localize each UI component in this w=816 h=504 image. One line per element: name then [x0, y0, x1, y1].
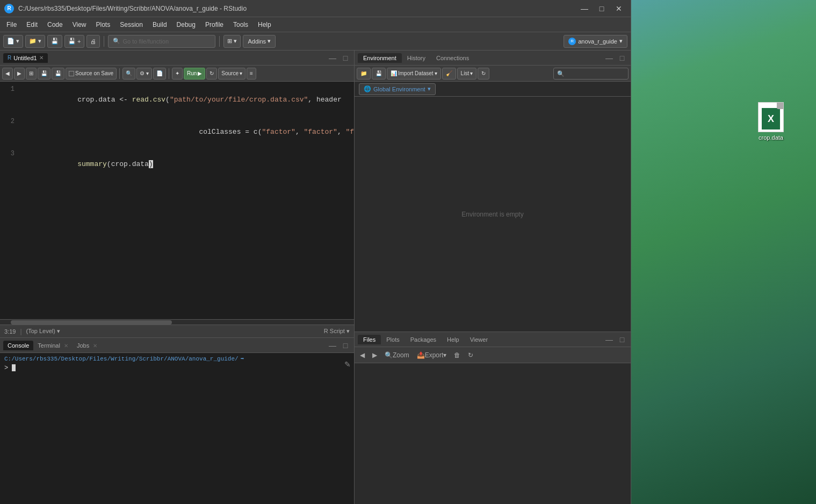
files-back-button[interactable]: ◀ [357, 349, 368, 361]
editor-minimize-button[interactable]: — [327, 53, 338, 63]
code-tools-button[interactable]: ⚙ ▾ [136, 68, 152, 80]
env-panel-controls: — □ [604, 53, 627, 63]
open-file-button[interactable]: 📁 ▾ [25, 35, 45, 48]
back-button[interactable]: ◀ [2, 68, 13, 80]
delete-plot-button[interactable]: 🗑 [451, 349, 464, 361]
refresh-env-button[interactable]: ↻ [478, 68, 489, 80]
export-icon: 📤 [417, 351, 425, 359]
menu-help[interactable]: Help [254, 19, 276, 30]
editor-tab-untitled1[interactable]: R Untitled1 ✕ [3, 53, 48, 63]
terminal-close[interactable]: ✕ [64, 343, 68, 349]
save-script-button-2[interactable]: 💾 [52, 68, 64, 80]
code-line-1: 1 crop.data <- read.csv("path/to/your/fi… [0, 84, 354, 116]
menu-profile[interactable]: Profile [201, 19, 228, 30]
zoom-button[interactable]: 🔍 Zoom [381, 349, 413, 361]
forward-button[interactable]: ▶ [14, 68, 25, 80]
menu-session[interactable]: Session [115, 19, 147, 30]
env-maximize-button[interactable]: □ [617, 53, 627, 63]
maximize-button[interactable]: □ [594, 3, 609, 15]
editor-tab-label: Untitled1 [13, 55, 37, 61]
files-content [355, 363, 631, 504]
toolbar-separator-1 [104, 36, 104, 47]
script-type[interactable]: R Script ▾ [324, 328, 350, 335]
source-on-save-checkbox[interactable]: Source on Save [66, 68, 117, 80]
editor-tab-close[interactable]: ✕ [39, 55, 44, 61]
save-button[interactable]: 💾 [47, 35, 62, 48]
list-view-button[interactable]: List ▾ [457, 68, 477, 80]
left-pane: R Untitled1 ✕ — □ ◀ ▶ ⊞ 💾 💾 [0, 51, 355, 504]
menu-view[interactable]: View [68, 19, 91, 30]
console-panel-controls: — □ [327, 341, 351, 350]
addins-button[interactable]: Addins ▾ [243, 35, 276, 48]
clear-env-button[interactable]: 🧹 [442, 68, 456, 80]
tab-packages[interactable]: Packages [405, 335, 442, 344]
files-maximize-button[interactable]: □ [617, 335, 627, 344]
tab-files[interactable]: Files [358, 335, 381, 344]
menu-build[interactable]: Build [148, 19, 171, 30]
compile-button[interactable]: 📄 [153, 68, 166, 80]
files-forward-button[interactable]: ▶ [369, 349, 380, 361]
env-tab-bar: Environment History Connections — □ [355, 51, 631, 66]
tab-plots[interactable]: Plots [381, 335, 405, 344]
tab-help[interactable]: Help [442, 335, 465, 344]
tab-environment[interactable]: Environment [358, 53, 402, 63]
source-button[interactable]: Source ▾ [218, 68, 245, 80]
new-file-button[interactable]: 📄 ▾ [3, 35, 23, 48]
editor-status-bar: 3:19 | (Top Level) ▾ R Script ▾ [0, 325, 354, 337]
files-minimize-button[interactable]: — [604, 335, 615, 344]
tab-connections[interactable]: Connections [431, 53, 474, 63]
wand-button[interactable]: ✦ [172, 68, 183, 80]
menu-tools[interactable]: Tools [229, 19, 252, 30]
print-button[interactable]: 🖨 [86, 35, 100, 48]
source-options-button[interactable]: ≡ [247, 68, 256, 80]
save-workspace-button[interactable]: 💾 [372, 68, 386, 80]
jobs-close[interactable]: ✕ [93, 343, 97, 349]
console-content[interactable]: C:/Users/rbs335/Desktop/Files/Writing/Sc… [0, 353, 354, 504]
tab-jobs[interactable]: Jobs ✕ [73, 341, 102, 350]
global-env-button[interactable]: 🌐 Global Environment ▾ [359, 83, 436, 95]
menu-code[interactable]: Code [43, 19, 67, 30]
tab-history[interactable]: History [402, 53, 431, 63]
folder-icon: 📁 [29, 38, 37, 45]
right-pane: Environment History Connections — □ 📁 [355, 51, 631, 504]
editor-panel: R Untitled1 ✕ — □ ◀ ▶ ⊞ 💾 💾 [0, 51, 354, 337]
menu-plots[interactable]: Plots [92, 19, 115, 30]
console-maximize-button[interactable]: □ [340, 341, 351, 350]
env-search-input[interactable] [553, 68, 629, 80]
menu-file[interactable]: File [2, 19, 21, 30]
import-icon: 📊 [391, 70, 397, 76]
tab-console[interactable]: Console [3, 341, 33, 350]
menu-debug[interactable]: Debug [172, 19, 200, 30]
editor-maximize-button[interactable]: □ [340, 53, 351, 63]
close-button[interactable]: ✕ [611, 3, 626, 15]
desktop-icon-crop-data[interactable]: X crop.data [758, 102, 784, 141]
go-to-file-input[interactable]: 🔍 Go to file/function [108, 35, 215, 48]
find-button[interactable]: 🔍 [122, 68, 135, 80]
save-script-button[interactable]: 💾 [38, 68, 50, 80]
minimize-button[interactable]: — [577, 3, 592, 15]
console-minimize-button[interactable]: — [327, 341, 338, 350]
import-dataset-button[interactable]: 📊 Import Dataset ▾ [387, 68, 441, 80]
clear-console-button[interactable]: ✎ [344, 360, 351, 369]
context-info[interactable]: (Top Level) ▾ [26, 328, 60, 335]
export-dropdown: ▾ [443, 351, 446, 359]
tab-viewer[interactable]: Viewer [465, 335, 493, 344]
editor-tab-bar: R Untitled1 ✕ — □ [0, 51, 354, 66]
export-button[interactable]: 📤 Export ▾ [414, 349, 450, 361]
show-in-new-window-button[interactable]: ⊞ [26, 68, 37, 80]
save-all-button[interactable]: 💾 + [64, 35, 84, 48]
editor-h-scrollbar[interactable] [0, 319, 354, 325]
refresh-files-button[interactable]: ↻ [465, 349, 476, 361]
tab-terminal[interactable]: Terminal ✕ [33, 341, 73, 350]
menu-edit[interactable]: Edit [22, 19, 42, 30]
run-button[interactable]: Run ▶ [184, 68, 205, 80]
h-scrollbar-thumb [11, 320, 172, 325]
project-selector[interactable]: R anova_r_guide ▾ [564, 35, 627, 48]
main-content: R Untitled1 ✕ — □ ◀ ▶ ⊞ 💾 💾 [0, 51, 631, 504]
env-minimize-button[interactable]: — [604, 53, 615, 63]
run-label: Run [187, 70, 197, 76]
load-workspace-button[interactable]: 📁 [357, 68, 371, 80]
workspace-button[interactable]: ⊞ ▾ [223, 35, 241, 48]
code-editor[interactable]: 1 crop.data <- read.csv("path/to/your/fi… [0, 82, 354, 319]
re-run-button[interactable]: ↻ [206, 68, 217, 80]
